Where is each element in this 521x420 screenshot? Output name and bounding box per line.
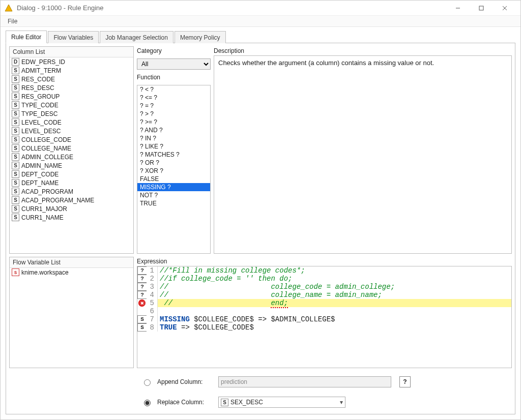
append-column-label: Append Column:: [157, 378, 213, 385]
tab-job-manager[interactable]: Job Manager Selection: [100, 31, 173, 43]
column-name: RES_CODE: [21, 76, 55, 83]
app-icon: [5, 4, 13, 12]
column-item[interactable]: SCURR1_MAJOR: [10, 204, 133, 213]
replace-column-label: Replace Column:: [157, 399, 213, 406]
code-text[interactable]: // college_name = admin_name;: [158, 291, 511, 299]
description-panel: Checks whether the argument (a column) c…: [214, 55, 512, 254]
function-item[interactable]: ? MATCHES ?: [137, 151, 210, 159]
function-item[interactable]: ? < ?: [137, 85, 210, 94]
expression-editor-panel: ?1//*Fill in missing college codes*;?2//…: [137, 266, 512, 368]
dialog-window: Dialog - 9:1000 - Rule Engine File Rule …: [0, 0, 521, 420]
code-line[interactable]: S7MISSING $COLLEGE_CODE$ => $ADMIN_COLLE…: [137, 315, 511, 323]
column-name: COLLEGE_CODE: [21, 136, 71, 143]
function-list[interactable]: ? < ?? <= ?? = ?? > ?? >= ?? AND ?? IN ?…: [137, 85, 210, 253]
column-item[interactable]: DEDW_PERS_ID: [10, 57, 133, 66]
code-text[interactable]: MISSING $COLLEGE_CODE$ => $ADMIN_COLLEGE…: [158, 315, 511, 323]
function-item[interactable]: ? <= ?: [137, 94, 210, 102]
line-number: 3: [147, 283, 158, 291]
column-item[interactable]: SACAD_PROGRAM: [10, 187, 133, 196]
function-item[interactable]: ? LIKE ?: [137, 142, 210, 151]
column-item[interactable]: SADMIN_COLLEGE: [10, 153, 133, 161]
replace-column-select[interactable]: S SEX_DESC ▾: [218, 397, 345, 408]
maximize-button[interactable]: [470, 1, 493, 16]
column-item[interactable]: SRES_CODE: [10, 75, 133, 83]
column-item[interactable]: STYPE_CODE: [10, 101, 133, 109]
error-icon: ✖: [138, 299, 146, 307]
function-item[interactable]: FALSE: [137, 175, 210, 183]
column-item[interactable]: SACAD_PROGRAM_NAME: [10, 196, 133, 204]
expression-editor[interactable]: ?1//*Fill in missing college codes*;?2//…: [137, 266, 511, 368]
column-item[interactable]: SADMIT_TERM: [10, 66, 133, 75]
unknown-icon: ?: [137, 275, 147, 283]
column-item[interactable]: SCOLLEGE_CODE: [10, 135, 133, 144]
function-item[interactable]: ? >= ?: [137, 118, 210, 126]
column-name: ACAD_PROGRAM: [21, 188, 73, 195]
column-item[interactable]: STYPE_DESC: [10, 109, 133, 118]
tab-flow-variables[interactable]: Flow Variables: [48, 31, 99, 43]
code-text[interactable]: // end;: [158, 299, 511, 307]
code-text[interactable]: [158, 307, 511, 315]
append-column-input[interactable]: [218, 376, 391, 387]
flow-variable-item[interactable]: sknime.workspace: [10, 268, 133, 277]
line-number: 8: [147, 323, 158, 332]
column-list[interactable]: DEDW_PERS_IDSADMIT_TERMSRES_CODESRES_DES…: [10, 57, 133, 253]
code-line[interactable]: ✖5 // end;: [137, 299, 511, 307]
column-item[interactable]: SRES_DESC: [10, 83, 133, 92]
column-item[interactable]: SDEPT_NAME: [10, 178, 133, 187]
code-line[interactable]: ?1//*Fill in missing college codes*;: [137, 266, 511, 275]
column-item[interactable]: SADMIN_NAME: [10, 161, 133, 170]
function-item[interactable]: TRUE: [137, 199, 210, 207]
code-line[interactable]: ?4// college_name = admin_name;: [137, 291, 511, 299]
unknown-icon: ?: [137, 266, 147, 275]
column-item[interactable]: SRES_GROUP: [10, 92, 133, 101]
code-text[interactable]: // college_code = admin_college;: [158, 283, 511, 291]
string-type-icon: S: [12, 67, 19, 74]
code-text[interactable]: TRUE => $COLLEGE_CODE$: [158, 323, 511, 332]
string-type-icon: S: [12, 136, 19, 143]
flow-var-name: knime.workspace: [21, 269, 69, 276]
code-text[interactable]: //if college_code = '' then do;: [158, 275, 511, 283]
column-name: TYPE_CODE: [21, 102, 59, 109]
column-item[interactable]: SLEVEL_CODE: [10, 118, 133, 127]
function-item[interactable]: ? IN ?: [137, 134, 210, 142]
function-panel: ? < ?? <= ?? = ?? > ?? >= ?? AND ?? IN ?…: [137, 85, 211, 254]
flow-variable-list[interactable]: sknime.workspace: [10, 268, 133, 368]
string-result-icon: S: [137, 315, 147, 323]
minimize-button[interactable]: [446, 1, 470, 16]
svg-rect-2: [479, 6, 483, 10]
function-item[interactable]: ? > ?: [137, 110, 210, 118]
column-item[interactable]: SCURR1_NAME: [10, 213, 133, 222]
string-type-icon: S: [12, 162, 19, 169]
category-label: Category: [137, 46, 211, 55]
category-select[interactable]: All: [137, 58, 211, 70]
function-item[interactable]: ? = ?: [137, 102, 210, 110]
unknown-icon: ?: [137, 291, 147, 299]
bottom-controls: Append Column: ? Replace Column: S SEX_D…: [9, 371, 512, 411]
column-list-title: Column List: [10, 47, 133, 57]
column-item[interactable]: SDEPT_CODE: [10, 170, 133, 178]
function-item[interactable]: ? OR ?: [137, 159, 210, 167]
menu-file[interactable]: File: [5, 17, 20, 26]
replace-column-radio[interactable]: [144, 400, 151, 406]
flow-variable-title: Flow Variable List: [10, 257, 133, 268]
string-type-icon: S: [12, 127, 19, 135]
client-area: Rule Editor Flow Variables Job Manager S…: [1, 27, 520, 419]
code-line[interactable]: ?2//if college_code = '' then do;: [137, 275, 511, 283]
code-line[interactable]: ?3// college_code = admin_college;: [137, 283, 511, 291]
tab-memory-policy[interactable]: Memory Policy: [175, 31, 226, 43]
function-item[interactable]: ? XOR ?: [137, 167, 210, 175]
function-item[interactable]: ? AND ?: [137, 126, 210, 134]
line-number: 5: [147, 299, 158, 307]
help-button[interactable]: ?: [399, 376, 411, 387]
column-item[interactable]: SLEVEL_DESC: [10, 127, 133, 135]
append-column-radio[interactable]: [144, 379, 151, 386]
code-line[interactable]: S8TRUE => $COLLEGE_CODE$: [137, 323, 511, 332]
function-item[interactable]: NOT ?: [137, 191, 210, 199]
close-button[interactable]: [493, 1, 516, 16]
column-item[interactable]: SCOLLEGE_NAME: [10, 144, 133, 153]
code-line[interactable]: 6: [137, 307, 511, 315]
function-item[interactable]: MISSING ?: [137, 183, 210, 191]
code-text[interactable]: //*Fill in missing college codes*;: [158, 266, 511, 275]
flow-var-type-icon: s: [12, 268, 19, 276]
tab-rule-editor[interactable]: Rule Editor: [6, 31, 47, 43]
